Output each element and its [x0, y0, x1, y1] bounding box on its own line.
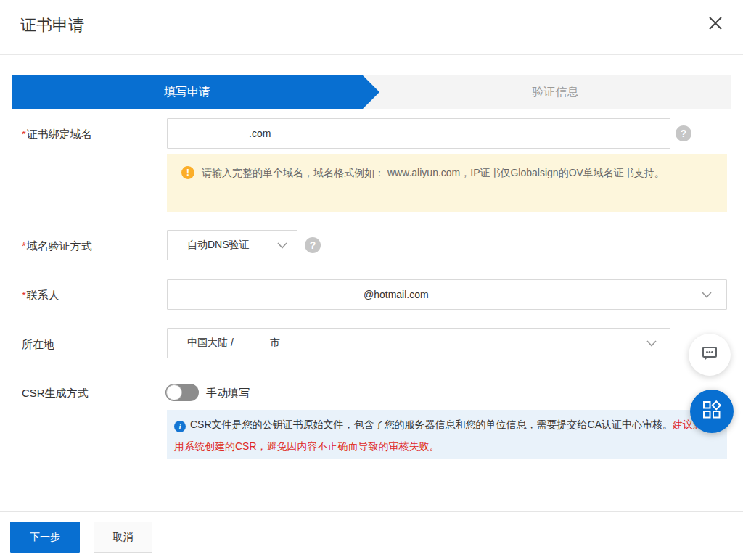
footer-divider	[0, 511, 743, 512]
domain-label: *证书绑定域名	[22, 128, 92, 141]
domain-hint-text: 请输入完整的单个域名，域名格式例如： www.aliyun.com，IP证书仅G…	[202, 167, 665, 178]
required-mark: *	[22, 128, 26, 140]
chevron-down-icon	[702, 289, 712, 300]
domain-input-value: .com	[249, 128, 271, 139]
location-label: 所在地	[22, 338, 54, 352]
required-mark: *	[22, 289, 26, 301]
next-step-button[interactable]: 下一步	[10, 522, 80, 553]
csr-note-box: iCSR文件是您的公钥证书原始文件，包含了您的服务器信息和您的单位信息，需要提交…	[167, 410, 727, 459]
contact-label: *联系人	[22, 289, 59, 302]
chevron-down-icon	[277, 239, 287, 251]
verify-method-label: *域名验证方式	[22, 239, 92, 253]
contact-select[interactable]: @hotmail.com	[167, 279, 727, 310]
step-inactive-label: 验证信息	[533, 85, 579, 100]
required-mark: *	[22, 239, 26, 252]
location-select[interactable]: 中国大陆 / 市	[167, 328, 670, 358]
csr-mode-label: CSR生成方式	[22, 387, 89, 400]
csr-note-normal: CSR文件是您的公钥证书原始文件，包含了您的服务器信息和您的单位信息，需要提交给…	[190, 419, 673, 430]
wizard-steps: 填写申请 验证信息	[12, 75, 731, 109]
step-verify-info[interactable]: 验证信息	[379, 75, 731, 109]
chat-bubble-icon	[699, 343, 720, 366]
step-active-label: 填写申请	[164, 85, 210, 100]
close-icon	[707, 15, 724, 35]
location-value: 中国大陆 / 市	[187, 337, 280, 350]
chevron-down-icon	[646, 337, 657, 349]
csr-manual-toggle[interactable]	[165, 384, 199, 401]
verify-method-help-icon[interactable]: ?	[305, 237, 321, 253]
toggle-knob	[166, 384, 182, 400]
domain-input[interactable]: .com	[167, 118, 670, 149]
verify-method-value: 自动DNS验证	[187, 239, 250, 252]
close-button[interactable]	[705, 15, 726, 35]
dialog-header: 证书申请	[0, 0, 743, 55]
info-icon: i	[174, 421, 186, 432]
csr-toggle-label: 手动填写	[206, 387, 250, 400]
domain-help-icon[interactable]: ?	[676, 125, 691, 141]
domain-hint-box: ! 请输入完整的单个域名，域名格式例如： www.aliyun.com，IP证书…	[167, 154, 727, 212]
feedback-chat-button[interactable]	[689, 334, 731, 376]
verify-method-select[interactable]: 自动DNS验证	[167, 230, 297, 260]
contact-value: @hotmail.com	[364, 289, 429, 300]
grid-apps-icon	[702, 400, 721, 422]
warning-icon: !	[181, 166, 194, 179]
cancel-button[interactable]: 取消	[94, 522, 152, 553]
page-title: 证书申请	[20, 15, 84, 36]
step-fill-application[interactable]: 填写申请	[12, 75, 379, 109]
app-grid-button[interactable]	[690, 390, 734, 433]
